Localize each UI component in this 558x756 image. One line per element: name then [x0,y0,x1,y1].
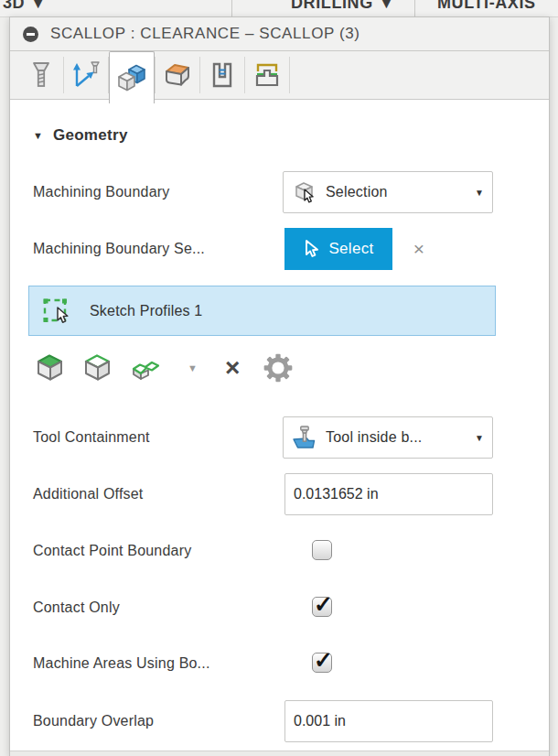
contact-only-label: Contact Only [33,597,120,619]
contact-only-checkbox[interactable]: ✓ [312,597,332,617]
selection-list-item[interactable]: Sketch Profiles 1 [28,286,496,336]
tab-separator [289,57,290,93]
chevron-down-icon: ▼ [475,188,484,198]
tab-tool-orientation[interactable] [64,51,108,99]
next-section-strip [10,751,549,756]
checkmark-icon: ✓ [314,591,333,618]
boundary-cube-cursor-icon [291,178,318,206]
settings-gear-icon[interactable] [262,351,295,384]
tab-geometry[interactable] [109,51,155,103]
machining-boundary-dropdown[interactable]: Selection ▼ [283,171,493,213]
selection-toolbar: ▼ × [10,344,549,392]
machining-boundary-label: Machining Boundary [33,171,169,213]
tool-inside-boundary-icon [291,424,318,451]
select-chained-faces-icon[interactable] [129,351,166,384]
selection-item-label: Sketch Profiles 1 [90,303,202,319]
operation-dialog: SCALLOP : CLEARANCE – SCALLOP (3) [9,16,550,756]
tab-linking[interactable] [245,51,289,99]
heights-icon [207,59,238,91]
tab-heights[interactable] [200,51,244,99]
dialog-title: SCALLOP : CLEARANCE – SCALLOP (3) [50,25,360,43]
tool-containment-label: Tool Containment [33,416,150,459]
machining-boundary-selection-label: Machining Boundary Se... [33,228,205,270]
dialog-title-bar[interactable]: SCALLOP : CLEARANCE – SCALLOP (3) [10,17,549,51]
tab-tool[interactable] [19,51,63,99]
selection-toolbar-caret-icon[interactable]: ▼ [188,362,198,373]
select-button[interactable]: Select [284,228,392,270]
checkmark-icon: ✓ [314,647,333,674]
geometry-section-header[interactable]: ▼ Geometry [33,124,128,147]
boundary-overlap-label: Boundary Overlap [33,700,154,742]
ribbon-menu-drilling[interactable]: DRILLING ▼ [291,0,395,13]
section-title: Geometry [53,124,128,147]
ribbon-toolbar: 3D ▼ DRILLING ▼ MULTI-AXIS [0,0,558,17]
ribbon-menu-3d[interactable]: 3D ▼ [3,0,47,13]
tool-containment-dropdown[interactable]: Tool inside b... ▼ [283,416,493,459]
chevron-down-icon: ▼ [475,433,484,443]
additional-offset-label: Additional Offset [33,473,144,515]
sketch-profiles-icon [40,297,77,326]
app-background: 3D ▼ DRILLING ▼ MULTI-AXIS SCALLOP : CLE… [0,0,558,756]
cursor-arrow-icon [303,239,320,259]
contact-point-boundary-checkbox[interactable] [312,540,332,560]
remove-selection-icon[interactable]: × [225,355,240,381]
tool-orientation-icon [70,59,102,91]
additional-offset-input[interactable] [284,473,493,515]
boundary-overlap-input[interactable] [284,700,493,742]
linking-icon [252,59,283,91]
select-button-label: Select [328,240,373,258]
machine-areas-using-boundary-label: Machine Areas Using Bo... [33,653,210,675]
collapse-icon[interactable] [23,27,38,42]
dialog-tab-bar [10,51,549,100]
toolbar-separator [231,0,232,16]
tool-containment-value: Tool inside b... [326,429,422,446]
passes-icon [161,59,194,92]
select-solid-face-icon[interactable] [34,351,70,384]
section-collapse-caret-icon: ▼ [33,124,43,147]
geometry-icon [115,61,148,94]
machine-areas-using-boundary-checkbox[interactable]: ✓ [312,653,332,673]
tab-passes[interactable] [156,51,199,99]
machining-boundary-value: Selection [326,184,388,200]
select-open-face-icon[interactable] [81,351,118,384]
contact-point-boundary-label: Contact Point Boundary [33,540,191,562]
clear-selection-icon[interactable]: × [407,228,431,270]
tool-icon [27,59,56,91]
toolbar-separator [414,0,415,16]
ribbon-menu-multiaxis[interactable]: MULTI-AXIS [437,0,536,13]
